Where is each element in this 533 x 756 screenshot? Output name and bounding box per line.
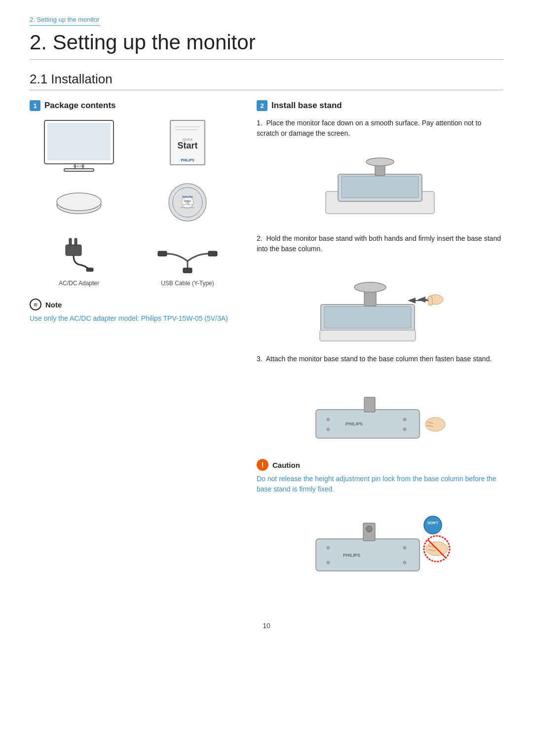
- svg-rect-26: [158, 251, 167, 256]
- install-step-2: 2. Hold the monitor base stand with both…: [257, 233, 503, 344]
- svg-point-51: [425, 417, 445, 431]
- svg-rect-36: [324, 306, 411, 328]
- step3-illustration: PHILIPS: [257, 370, 503, 449]
- svg-text:PHILIPS: PHILIPS: [73, 165, 84, 168]
- pkg-badge: 1: [30, 100, 40, 111]
- note-text: Use only the AC/DC adapter model: Philip…: [30, 313, 237, 324]
- svg-point-59: [403, 561, 406, 564]
- install-badge: 2: [257, 100, 267, 111]
- svg-point-56: [327, 546, 330, 549]
- package-contents-title: 1 Package contents: [30, 100, 237, 111]
- svg-rect-42: [320, 330, 416, 341]
- step2-text: Hold the monitor base stand with both ha…: [257, 234, 501, 253]
- pkg-item-adapter: AC/DC Adapter: [30, 232, 128, 287]
- install-step-1: 1. Place the monitor face down on a smoo…: [257, 118, 503, 224]
- pkg-item-base: [30, 180, 128, 225]
- svg-point-58: [403, 546, 406, 549]
- note-icon: ≡: [30, 299, 41, 310]
- install-title: 2 Install base stand: [257, 100, 503, 111]
- svg-point-46: [327, 418, 330, 421]
- svg-rect-41: [428, 297, 432, 305]
- svg-rect-54: [316, 539, 419, 571]
- page-title: 2. Setting up the monitor: [30, 31, 503, 60]
- svg-point-57: [327, 561, 330, 564]
- svg-rect-27: [208, 251, 217, 256]
- svg-rect-23: [69, 238, 72, 245]
- svg-rect-50: [364, 397, 375, 412]
- step1-text: Place the monitor face down on a smooth …: [257, 119, 481, 137]
- svg-rect-24: [75, 238, 77, 245]
- svg-text:Monitor: Monitor: [184, 200, 191, 202]
- caution-icon: !: [257, 459, 268, 471]
- note-box: ≡ Note Use only the AC/DC adapter model:…: [30, 299, 237, 324]
- svg-point-38: [354, 282, 386, 292]
- section-heading: 2.1 Installation: [30, 72, 503, 90]
- svg-rect-32: [342, 176, 419, 198]
- usb-label: USB Cable (Y-Type): [161, 280, 214, 287]
- left-column: 1 Package contents PHILIPS: [30, 100, 237, 602]
- svg-text:PHILIPS: PHILIPS: [343, 553, 360, 558]
- adapter-label: AC/DC Adapter: [59, 280, 99, 287]
- svg-text:DON'T: DON'T: [427, 521, 438, 525]
- svg-text:PHILIPS: PHILIPS: [345, 421, 363, 426]
- right-column: 2 Install base stand 1. Place the monito…: [257, 100, 503, 602]
- svg-text:Start: Start: [177, 141, 197, 151]
- svg-rect-25: [86, 268, 93, 271]
- pkg-item-monitor: PHILIPS: [30, 118, 128, 172]
- svg-point-48: [403, 418, 406, 421]
- svg-rect-28: [183, 268, 192, 273]
- breadcrumb: 2. Setting up the monitor: [30, 16, 100, 26]
- svg-text:Electronic Drivers: Electronic Drivers: [181, 207, 194, 209]
- caution-text: Do not release the height adjustment pin…: [257, 474, 503, 494]
- pkg-item-cd: PHILIPS Monitor User's Manual Electronic…: [138, 180, 237, 225]
- svg-rect-44: [316, 410, 419, 438]
- dont-illustration: PHILIPS DON'T: [257, 504, 503, 593]
- step3-text: Attach the monitor base stand to the bas…: [266, 355, 492, 363]
- svg-point-13: [57, 193, 101, 211]
- step1-illustration: [257, 145, 503, 224]
- pkg-item-quickstart: Quick Start PHILIPS: [138, 118, 237, 172]
- svg-point-65: [424, 516, 442, 534]
- svg-rect-3: [64, 169, 94, 171]
- svg-point-34: [366, 158, 394, 166]
- pkg-item-usb: USB Cable (Y-Type): [138, 232, 237, 287]
- svg-text:PHILIPS: PHILIPS: [182, 195, 193, 198]
- install-step-3: 3. Attach the monitor base stand to the …: [257, 354, 503, 449]
- svg-point-49: [403, 428, 406, 431]
- svg-rect-22: [66, 245, 81, 256]
- step2-illustration: [257, 260, 503, 344]
- svg-point-61: [366, 526, 372, 532]
- svg-text:PHILIPS: PHILIPS: [181, 158, 194, 162]
- caution-box: ! Caution Do not release the height adju…: [257, 459, 503, 494]
- page-number: 10: [30, 622, 503, 630]
- svg-rect-1: [47, 123, 111, 160]
- svg-text:User's Manual: User's Manual: [182, 204, 193, 206]
- note-title: ≡ Note: [30, 299, 237, 310]
- package-grid: PHILIPS Quick: [30, 118, 237, 287]
- svg-point-47: [327, 428, 330, 431]
- caution-title: ! Caution: [257, 459, 503, 471]
